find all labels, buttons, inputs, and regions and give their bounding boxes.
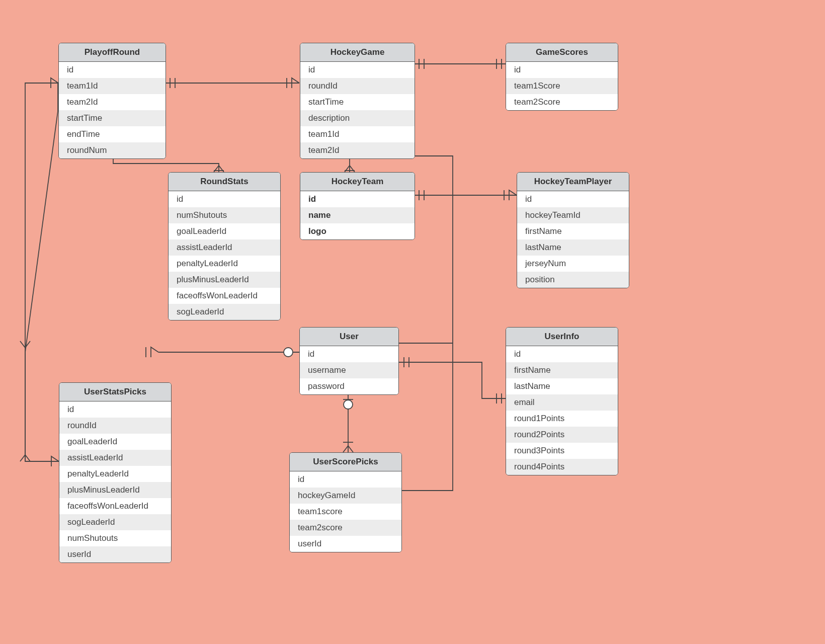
entity-header: UserScorePicks (290, 453, 401, 471)
field: goalLeaderId (169, 223, 280, 239)
field: goalLeaderId (59, 434, 171, 450)
entity-hockeyteamplayer: HockeyTeamPlayer id hockeyTeamId firstNa… (517, 172, 629, 288)
entity-fields: id username password (300, 346, 398, 394)
field: lastName (506, 378, 618, 394)
field: lastName (517, 239, 629, 256)
field: endTime (59, 126, 166, 142)
svg-point-23 (344, 400, 353, 409)
field: assistLeaderId (59, 450, 171, 466)
field: team2Id (59, 94, 166, 110)
field: sogLeaderId (59, 514, 171, 530)
entity-fields: id roundId goalLeaderId assistLeaderId p… (59, 401, 171, 562)
entity-fields: id team1Id team2Id startTime endTime rou… (59, 62, 166, 158)
field: id (300, 346, 398, 362)
field: roundNum (59, 142, 166, 158)
field: id (517, 191, 629, 207)
entity-fields: id name logo (300, 191, 415, 239)
entity-fields: id hockeyGameId team1score team2score us… (290, 471, 401, 552)
field: sogLeaderId (169, 304, 280, 320)
field: faceoffsWonLeaderId (59, 498, 171, 514)
field: id (506, 62, 618, 78)
field: id (506, 346, 618, 362)
entity-playoffround: PlayoffRound id team1Id team2Id startTim… (58, 43, 166, 159)
field: id (290, 471, 401, 488)
entity-userinfo: UserInfo id firstName lastName email rou… (506, 327, 618, 475)
field: userId (59, 546, 171, 562)
field: password (300, 378, 398, 394)
entity-header: RoundStats (169, 173, 280, 191)
field: faceoffsWonLeaderId (169, 288, 280, 304)
field: plusMinusLeaderId (59, 482, 171, 498)
field: round3Points (506, 443, 618, 459)
field: firstName (506, 362, 618, 378)
field: team1Score (506, 78, 618, 94)
entity-fields: id firstName lastName email round1Points… (506, 346, 618, 475)
field: id (59, 401, 171, 418)
field: firstName (517, 223, 629, 239)
entity-fields: id numShutouts goalLeaderId assistLeader… (169, 191, 280, 320)
field: team1Id (59, 78, 166, 94)
field: position (517, 272, 629, 288)
field: hockeyTeamId (517, 207, 629, 223)
field: email (506, 394, 618, 411)
entity-header: HockeyGame (300, 43, 415, 62)
entity-header: UserInfo (506, 328, 618, 346)
entity-userstatspicks: UserStatsPicks id roundId goalLeaderId a… (59, 382, 172, 563)
field: id (169, 191, 280, 207)
field: id (300, 62, 415, 78)
field: roundId (59, 418, 171, 434)
field: logo (300, 223, 415, 239)
field: team2Score (506, 94, 618, 110)
entity-gamescores: GameScores id team1Score team2Score (506, 43, 618, 111)
field: team2Id (300, 142, 415, 158)
entity-fields: id roundId startTime description team1Id… (300, 62, 415, 158)
entity-user: User id username password (299, 327, 399, 395)
field: jerseyNum (517, 256, 629, 272)
field: team1score (290, 504, 401, 520)
field: startTime (300, 94, 415, 110)
field: team2score (290, 520, 401, 536)
field: penaltyLeaderId (59, 466, 171, 482)
field: userId (290, 536, 401, 552)
field: id (59, 62, 166, 78)
field: team1Id (300, 126, 415, 142)
entity-hockeygame: HockeyGame id roundId startTime descript… (300, 43, 415, 159)
entity-header: HockeyTeam (300, 173, 415, 191)
field: hockeyGameId (290, 488, 401, 504)
field: description (300, 110, 415, 126)
svg-point-21 (284, 348, 293, 357)
field: penaltyLeaderId (169, 256, 280, 272)
field: assistLeaderId (169, 239, 280, 256)
field: round4Points (506, 459, 618, 475)
field: roundId (300, 78, 415, 94)
entity-header: HockeyTeamPlayer (517, 173, 629, 191)
field: round2Points (506, 427, 618, 443)
entity-header: PlayoffRound (59, 43, 166, 62)
field: numShutouts (169, 207, 280, 223)
entity-fields: id hockeyTeamId firstName lastName jerse… (517, 191, 629, 288)
entity-header: UserStatsPicks (59, 383, 171, 401)
field: plusMinusLeaderId (169, 272, 280, 288)
entity-header: User (300, 328, 398, 346)
field: numShutouts (59, 530, 171, 546)
field: startTime (59, 110, 166, 126)
field: round1Points (506, 411, 618, 427)
entity-header: GameScores (506, 43, 618, 62)
field: username (300, 362, 398, 378)
entity-fields: id team1Score team2Score (506, 62, 618, 110)
entity-userscorepicks: UserScorePicks id hockeyGameId team1scor… (289, 452, 402, 552)
entity-roundstats: RoundStats id numShutouts goalLeaderId a… (168, 172, 281, 320)
entity-hockeyteam: HockeyTeam id name logo (300, 172, 415, 240)
field: name (300, 207, 415, 223)
field: id (300, 191, 415, 207)
